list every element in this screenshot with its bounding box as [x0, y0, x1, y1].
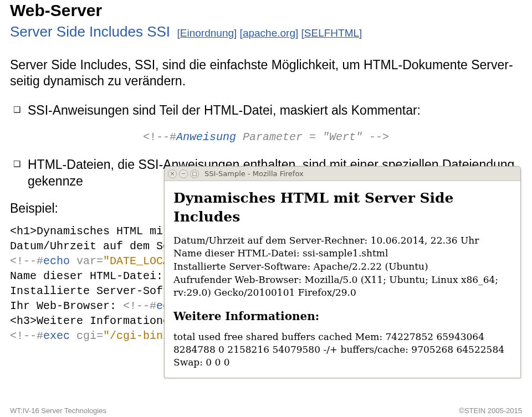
link-apache[interactable]: apache.org — [243, 27, 295, 39]
directive-cmd: Anweisung — [176, 131, 236, 143]
directive-val: "Wert" — [323, 131, 362, 143]
directive-open: <!--# — [143, 131, 176, 143]
browser-line-3: Installierte Server-Software: Apache/2.2… — [173, 260, 511, 273]
directive-close: --> — [362, 131, 389, 143]
firefox-content: Dynamisches HTML mit Server Side Include… — [165, 181, 520, 378]
code-l1: <h1>Dynamisches HTML mit — [10, 225, 170, 238]
window-title: SSI-Sample - Mozilla Firefox — [204, 169, 304, 178]
link-selfhtml[interactable]: SELFHTML — [304, 27, 359, 39]
bullet-1: SSI-Anweisungen sind Teil der HTML-Datei… — [10, 102, 522, 119]
browser-line-2: Name dieser HTML-Datei: ssi-sample1.shtm… — [173, 247, 511, 260]
page-title: Web-Server — [10, 1, 522, 20]
code-l2: Datum/Uhrzeit auf dem Ser — [10, 240, 176, 253]
code-l6a: Ihr Web-Browser: — [10, 300, 123, 312]
code-l8a: <!--# — [10, 330, 43, 342]
browser-sysout: total used free shared buffers cached Me… — [173, 331, 511, 369]
slide: Web-Server Server Side Includes SSI [Ein… — [0, 1, 532, 417]
directive-eq: = — [303, 131, 323, 143]
subtitle-text: Server Side Includes SSI — [10, 23, 170, 40]
browser-h1: Dynamisches HTML mit Server Side Include… — [173, 189, 511, 226]
code-l3a: <!--# — [10, 255, 43, 267]
code-l5: Installierte Server-Softw — [10, 285, 176, 297]
code-l6b: <!--# — [123, 300, 156, 312]
subtitle-links: [Einordnung] [apache.org] [SELFHTML] — [174, 27, 362, 39]
browser-h3: Weitere Informationen: — [173, 309, 511, 324]
subtitle-row: Server Side Includes SSI [Einordnung] [a… — [10, 23, 522, 40]
minimize-icon[interactable]: − — [179, 169, 188, 178]
code-l8b: exec — [43, 330, 70, 342]
close-icon[interactable]: × — [168, 169, 177, 178]
code-l8c: cgi= — [70, 330, 103, 342]
code-l4: Name dieser HTML-Datei: < — [10, 270, 176, 282]
footer: WT:IV-16 Server Technologies ©STEIN 2005… — [10, 406, 522, 415]
intro-paragraph: Server Side Includes, SSI, sind die einf… — [10, 57, 522, 89]
directive-param: Parameter — [243, 131, 303, 143]
browser-line-4: Aufrufender Web-Browser: Mozilla/5.0 (X1… — [173, 274, 511, 299]
code-l7: <h3>Weitere Informationen — [10, 315, 176, 327]
footer-right: ©STEIN 2005-2015 — [459, 406, 522, 415]
maximize-icon[interactable]: □ — [190, 169, 199, 178]
code-l3c: var= — [70, 255, 103, 267]
code-l3b: echo — [43, 255, 70, 267]
footer-left: WT:IV-16 Server Technologies — [10, 406, 106, 415]
firefox-titlebar: × − □ SSI-Sample - Mozilla Firefox — [165, 167, 520, 181]
firefox-window: × − □ SSI-Sample - Mozilla Firefox Dynam… — [164, 166, 521, 378]
link-einordnung[interactable]: Einordnung — [180, 27, 234, 39]
directive-syntax: <!--#Anweisung Parameter = "Wert" --> — [10, 131, 522, 143]
browser-line-1: Datum/Uhrzeit auf dem Server-Rechner: 10… — [173, 234, 511, 247]
